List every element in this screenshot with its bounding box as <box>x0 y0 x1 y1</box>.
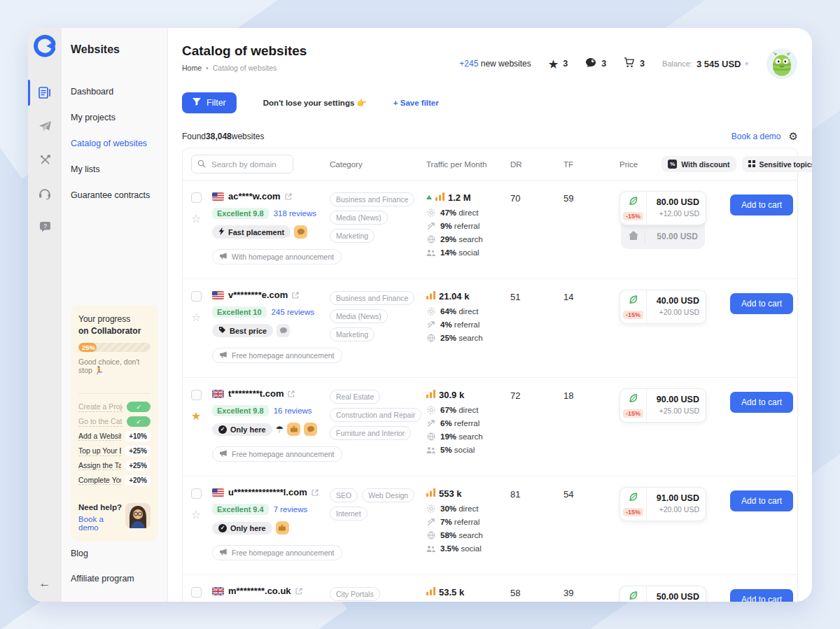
progress-task-label[interactable]: Create a Project 😎 <box>78 402 122 412</box>
cart-counter[interactable]: 3 <box>624 57 645 70</box>
external-link-icon[interactable] <box>285 193 292 200</box>
column-price: Price <box>620 160 638 169</box>
leaf-icon <box>628 591 638 602</box>
external-link-icon[interactable] <box>288 390 295 397</box>
progress-task-label[interactable]: Assign the Task to the ... <box>78 461 121 470</box>
umbrella-icon: ☂ <box>276 425 284 434</box>
progress-task-label[interactable]: Top up Your Balance 💰 <box>78 446 121 456</box>
domain-link[interactable]: v********e.com <box>228 290 288 300</box>
domain-link[interactable]: m********.co.uk <box>228 586 291 596</box>
price-extra: +20.00 USD <box>653 505 699 514</box>
messages-counter[interactable]: 3 <box>585 57 606 70</box>
tf-value: 54 <box>564 487 620 560</box>
page-header: Catalog of websites Home • Catalog of we… <box>182 43 798 80</box>
add-to-cart-button[interactable]: Add to cart <box>730 293 793 314</box>
rail-send-icon[interactable] <box>28 119 62 134</box>
new-websites-link[interactable]: +245 new websites <box>459 59 531 69</box>
reviews-link[interactable]: 245 reviews <box>272 308 314 316</box>
price-extra: +20.00 USD <box>653 308 699 316</box>
collaborator-logo-icon[interactable] <box>32 34 57 59</box>
add-to-cart-button[interactable]: Add to cart <box>730 392 793 413</box>
traffic-stat: 5% social <box>426 446 510 454</box>
price-main: 40.00 USD <box>653 296 699 306</box>
sidebar-link-blog[interactable]: Blog <box>71 549 158 558</box>
sidebar-item-my-projects[interactable]: My projects <box>71 113 158 122</box>
task-done-check-icon[interactable]: ✓ <box>127 402 150 412</box>
favorite-star-icon[interactable]: ☆ <box>191 509 201 521</box>
progress-task-label[interactable]: Add a Website to the C... <box>78 432 121 441</box>
save-filter-link[interactable]: + Save filter <box>393 99 439 107</box>
search-input[interactable] <box>210 160 287 169</box>
sidebar-link-affiliate-program[interactable]: Affiliate program <box>71 574 158 584</box>
progress-task-label[interactable]: Complete Your First De... <box>78 476 121 485</box>
tf-value: 59 <box>564 191 620 264</box>
row-checkbox[interactable] <box>191 291 202 302</box>
book-demo-link-top[interactable]: Book a demo <box>732 132 781 141</box>
traffic-stat: 19% search <box>426 432 510 441</box>
price-card[interactable]: -15% 91.00 USD +20.00 USD <box>620 487 706 521</box>
price-card[interactable]: -15% 80.00 USD +12.00 USD <box>620 191 706 225</box>
reviews-link[interactable]: 16 reviews <box>274 407 312 415</box>
external-link-icon[interactable] <box>295 588 302 595</box>
category-chip: Furniture and Interior <box>330 426 411 440</box>
domain-link[interactable]: ac****w.com <box>228 191 281 202</box>
grid-icon <box>748 160 755 169</box>
category-chip: Media (News) <box>330 309 388 323</box>
badge-only-here: ✓Only here <box>212 423 272 436</box>
rail-dashboard-icon[interactable] <box>28 85 62 100</box>
reviews-link[interactable]: 7 reviews <box>274 505 308 514</box>
traffic-stat: 4% referral <box>426 320 510 329</box>
external-link-icon[interactable] <box>292 292 299 299</box>
favorite-star-icon[interactable]: ☆ <box>191 213 201 225</box>
progress-task-label[interactable]: Go to the Catalog 🧭 <box>78 417 122 427</box>
price-card[interactable]: -15% 40.00 USD +20.00 USD <box>620 290 706 324</box>
price-card[interactable]: -15% 50.00 USD +10.00 USD <box>620 586 706 602</box>
external-link-icon[interactable] <box>312 489 318 496</box>
domain-link[interactable]: t********t.com <box>228 388 284 399</box>
direct-icon <box>426 504 435 513</box>
filter-button[interactable]: Filter <box>182 92 237 113</box>
balance-dropdown[interactable]: Balance: 3 545 USD ▾ <box>662 59 748 69</box>
favorites-counter[interactable]: ★ 3 <box>549 59 568 69</box>
progress-title-2: on Collaborator <box>78 326 150 336</box>
sidebar-item-guarantee-contracts[interactable]: Guarantee contracts <box>71 190 158 200</box>
rail-support-icon[interactable] <box>28 186 62 201</box>
need-help-text: Need help? <box>78 503 125 511</box>
toggle-sensitive-topics[interactable]: Sensitive topics <box>742 156 812 172</box>
rail-tools-icon[interactable] <box>28 153 62 167</box>
sidebar-item-catalog-of-websites[interactable]: Catalog of websites <box>71 139 158 148</box>
sidebar-item-my-lists[interactable]: My lists <box>71 164 158 174</box>
user-avatar[interactable] <box>766 48 798 80</box>
toggle-with-discount[interactable]: % With discount <box>662 156 736 172</box>
favorite-star-icon[interactable]: ☆ <box>191 312 201 323</box>
row-checkbox[interactable] <box>191 192 202 203</box>
dr-value: 51 <box>510 290 564 363</box>
task-bonus-badge: +10% <box>125 431 150 441</box>
discount-badge: -15% <box>623 409 643 418</box>
reviews-link[interactable]: 318 reviews <box>274 209 316 218</box>
gear-icon[interactable]: ⚙ <box>789 131 798 141</box>
row-checkbox[interactable] <box>191 390 202 400</box>
row-checkbox[interactable] <box>191 488 202 499</box>
task-done-check-icon[interactable]: ✓ <box>127 416 150 427</box>
add-to-cart-button[interactable]: Add to cart <box>730 195 793 215</box>
add-to-cart-button[interactable]: Add to cart <box>730 589 793 602</box>
filter-bar: Filter Don't lose your settings 👉 + Save… <box>182 92 798 113</box>
domain-link[interactable]: u**************l.com <box>228 487 307 497</box>
svg-text:?: ? <box>43 222 47 229</box>
sidebar-menu: DashboardMy projectsCatalog of websitesM… <box>71 87 158 200</box>
row-checkbox[interactable] <box>191 587 202 598</box>
task-bonus-badge: +25% <box>125 460 150 471</box>
price-card[interactable]: -15% 90.00 USD +25.00 USD <box>620 388 706 423</box>
favorite-star-icon[interactable]: ★ <box>191 411 201 422</box>
traffic-stat: 58% search <box>426 531 510 539</box>
icon-rail: ? ← <box>28 28 62 602</box>
progress-task: Complete Your First De... +20% <box>78 473 150 488</box>
announcement-chip: Free homepage announcement <box>212 545 342 560</box>
rail-faq-icon[interactable]: ? <box>28 220 62 234</box>
breadcrumb-home[interactable]: Home <box>182 64 202 72</box>
sidebar-item-dashboard[interactable]: Dashboard <box>71 87 158 97</box>
book-demo-link[interactable]: Book a demo <box>78 515 125 532</box>
add-to-cart-button[interactable]: Add to cart <box>730 490 793 511</box>
collapse-sidebar-icon[interactable]: ← <box>39 577 51 591</box>
